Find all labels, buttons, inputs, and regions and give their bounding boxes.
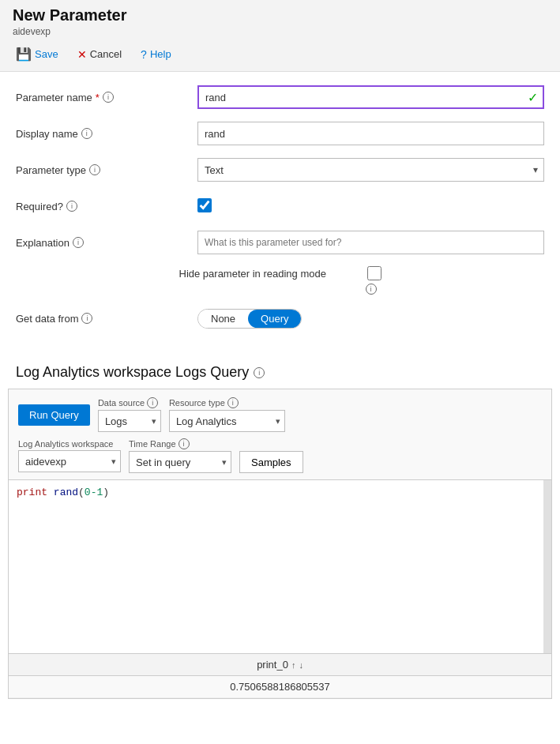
parameter-name-info-icon: i [103, 92, 114, 103]
parameter-type-row: Parameter type i Text Integer Float Bool… [16, 157, 544, 182]
hide-parameter-label-row: Hide parameter in reading mode [179, 266, 381, 280]
parameter-name-control: ✓ [197, 85, 544, 109]
get-data-row: Get data from i None Query [16, 306, 544, 331]
save-button[interactable]: 💾 Save [13, 45, 62, 63]
code-paren-close: ) [103, 487, 109, 498]
cancel-button[interactable]: ✕ Cancel [74, 47, 125, 62]
save-icon: 💾 [16, 47, 32, 62]
parameter-name-label: Parameter name * i [16, 92, 197, 103]
datasource-label: Data source i [98, 397, 161, 408]
parameter-type-info-icon: i [89, 164, 100, 175]
explanation-control [197, 231, 544, 254]
get-data-query-option[interactable]: Query [248, 310, 301, 328]
editor-scrollbar[interactable] [543, 480, 551, 653]
resource-type-info-icon: i [227, 397, 239, 408]
datasource-group: Data source i Logs Metrics ▾ [98, 397, 161, 432]
timerange-label: Time Range i [129, 438, 231, 449]
get-data-control: None Query [197, 309, 544, 329]
explanation-info-icon: i [73, 237, 84, 248]
query-row1: Run Query Data source i Logs Metrics ▾ R… [18, 397, 542, 432]
workspace-select-wrapper: aidevexp ▾ [18, 450, 121, 472]
query-section-info-icon: i [254, 367, 265, 378]
explanation-label: Explanation i [16, 237, 197, 249]
parameter-type-control: Text Integer Float Boolean DateTime ▾ [197, 158, 544, 182]
code-keyword: print [17, 487, 47, 498]
timerange-select[interactable]: Set in query Last hour Last 24 hours [129, 451, 231, 473]
query-editor[interactable]: print rand(0-1) [9, 479, 551, 653]
toolbar: 💾 Save ✕ Cancel ? Help [13, 42, 547, 66]
required-label: Required? i [16, 201, 197, 212]
required-checkbox[interactable] [197, 198, 212, 212]
timerange-group: Time Range i Set in query Last hour Last… [129, 438, 231, 473]
resource-type-select[interactable]: Log Analytics Application Insights [169, 410, 285, 432]
cancel-icon: ✕ [77, 48, 87, 61]
form-area: Parameter name * i ✓ Display name i Para… [0, 72, 560, 355]
parameter-type-select-wrapper: Text Integer Float Boolean DateTime ▾ [197, 158, 544, 182]
samples-button[interactable]: Samples [239, 451, 303, 473]
timerange-info-icon: i [179, 438, 190, 449]
display-name-control [197, 122, 544, 145]
get-data-label: Get data from i [16, 313, 197, 325]
workspace-select[interactable]: aidevexp [18, 450, 121, 472]
results-table-area: print_0 ↑ ↓ 0.7506588186805537 [9, 653, 551, 698]
page-title: New Parameter [13, 6, 547, 24]
top-bar: New Parameter aidevexp 💾 Save ✕ Cancel ?… [0, 0, 560, 72]
query-panel: Run Query Data source i Logs Metrics ▾ R… [8, 389, 552, 699]
display-name-row: Display name i [16, 121, 544, 146]
resource-type-group: Resource type i Log Analytics Applicatio… [169, 397, 285, 432]
hide-parameter-info-icon: i [366, 282, 377, 295]
code-paren-open: ( [78, 487, 85, 498]
code-line: print rand(0-1) [17, 487, 543, 498]
query-controls: Run Query Data source i Logs Metrics ▾ R… [9, 389, 551, 479]
sort-ascending-icon[interactable]: ↑ [291, 660, 296, 670]
code-number: 0-1 [85, 487, 103, 498]
datasource-info-icon: i [147, 397, 158, 408]
subtitle: aidevexp [13, 26, 547, 37]
parameter-type-select[interactable]: Text Integer Float Boolean DateTime [197, 158, 544, 182]
parameter-type-label: Parameter type i [16, 164, 197, 176]
explanation-input[interactable] [197, 231, 544, 254]
help-button[interactable]: ? Help [137, 47, 175, 62]
query-row2: Log Analytics workspace aidevexp ▾ Time … [18, 438, 542, 473]
sort-descending-icon[interactable]: ↓ [299, 660, 303, 670]
workspace-label: Log Analytics workspace [18, 439, 121, 449]
help-icon: ? [141, 48, 147, 61]
hide-parameter-row: Hide parameter in reading mode i [16, 266, 544, 295]
parameter-name-input[interactable] [197, 85, 544, 109]
display-name-info-icon: i [81, 128, 92, 139]
get-data-info-icon: i [81, 313, 92, 324]
parameter-name-row: Parameter name * i ✓ [16, 85, 544, 110]
parameter-name-input-wrapper: ✓ [197, 85, 544, 109]
timerange-select-wrapper: Set in query Last hour Last 24 hours ▾ [129, 451, 231, 473]
get-data-none-option[interactable]: None [198, 310, 248, 328]
required-info-icon: i [66, 201, 77, 212]
check-mark-icon: ✓ [528, 90, 538, 105]
datasource-select-wrapper: Logs Metrics ▾ [98, 410, 161, 432]
results-header: print_0 ↑ ↓ [9, 654, 551, 676]
resource-type-select-wrapper: Log Analytics Application Insights ▾ [169, 410, 285, 432]
run-query-button[interactable]: Run Query [18, 404, 90, 426]
required-row: Required? i [16, 194, 544, 219]
hide-parameter-checkbox[interactable] [367, 266, 381, 280]
resource-type-label: Resource type i [169, 397, 285, 408]
get-data-toggle: None Query [197, 309, 302, 329]
display-name-label: Display name i [16, 128, 197, 140]
query-section-title: Log Analytics workspace Logs Query i [16, 364, 544, 381]
datasource-select[interactable]: Logs Metrics [98, 410, 161, 432]
display-name-input[interactable] [197, 122, 544, 145]
workspace-group: Log Analytics workspace aidevexp ▾ [18, 439, 121, 472]
results-row: 0.7506588186805537 [9, 676, 551, 698]
explanation-row: Explanation i [16, 230, 544, 255]
code-function: rand [54, 487, 78, 498]
required-control [197, 198, 544, 215]
